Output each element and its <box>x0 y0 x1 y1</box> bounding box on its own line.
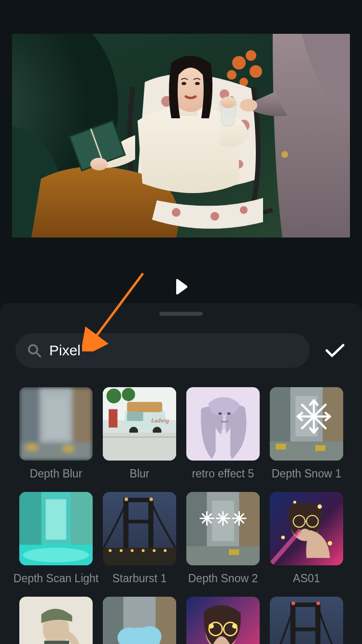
svg-rect-34 <box>72 387 93 448</box>
effect-label: Blur <box>130 467 150 480</box>
svg-point-5 <box>227 70 237 80</box>
svg-point-3 <box>232 56 246 70</box>
effect-thumb <box>19 492 93 565</box>
svg-point-113 <box>293 501 296 504</box>
effect-depth-blur[interactable]: Depth Blur <box>19 387 93 480</box>
svg-rect-57 <box>270 387 291 445</box>
effect-label: Starburst 1 <box>112 572 167 585</box>
search-box[interactable] <box>15 333 310 368</box>
svg-point-79 <box>109 549 111 552</box>
svg-point-80 <box>120 549 123 552</box>
svg-point-131 <box>209 623 214 629</box>
svg-point-28 <box>210 212 219 221</box>
svg-point-54 <box>218 412 222 415</box>
svg-point-26 <box>281 151 288 158</box>
svg-rect-35 <box>45 398 67 439</box>
effects-panel: Depth Blur Ludwig <box>0 303 362 644</box>
video-preview[interactable] <box>12 34 350 238</box>
effect-starburst-1[interactable]: Starburst 1 <box>103 492 176 585</box>
effect-thumb <box>186 387 260 461</box>
effect-item[interactable] <box>270 597 343 644</box>
effects-grid: Depth Blur Ludwig <box>0 387 362 644</box>
svg-point-29 <box>240 206 248 214</box>
svg-point-139 <box>317 602 320 605</box>
effect-as01[interactable]: AS01 <box>270 492 343 585</box>
effect-blur[interactable]: Ludwig Blur <box>103 387 176 480</box>
play-button[interactable] <box>172 278 190 295</box>
effect-label: Depth Snow 1 <box>272 467 341 480</box>
svg-point-82 <box>142 549 145 552</box>
effect-item[interactable] <box>19 597 93 644</box>
effect-thumb <box>19 597 93 644</box>
screen: Depth Blur Ludwig <box>0 0 362 644</box>
effect-depth-snow-1[interactable]: Depth Snow 1 <box>270 387 343 480</box>
svg-line-31 <box>37 353 41 357</box>
effect-depth-snow-2[interactable]: Depth Snow 2 <box>186 492 260 585</box>
effect-thumb <box>186 492 260 565</box>
svg-rect-46 <box>127 412 143 421</box>
svg-text:Ludwig: Ludwig <box>151 417 168 424</box>
svg-point-132 <box>232 623 237 629</box>
svg-point-19 <box>195 82 200 85</box>
svg-point-84 <box>164 549 167 552</box>
confirm-button[interactable] <box>323 339 347 362</box>
effect-depth-scan-light[interactable]: Depth Scan Light <box>19 492 93 585</box>
svg-rect-92 <box>229 549 239 555</box>
svg-rect-61 <box>276 444 286 449</box>
svg-point-138 <box>292 602 295 605</box>
effect-thumb <box>103 492 176 565</box>
search-input[interactable] <box>49 342 298 359</box>
svg-point-110 <box>318 504 322 509</box>
search-icon <box>27 343 42 358</box>
svg-rect-70 <box>46 499 67 540</box>
effect-thumb <box>103 597 176 644</box>
effect-label: Depth Blur <box>30 467 83 480</box>
effect-thumb <box>270 387 343 461</box>
effect-item[interactable] <box>103 597 176 644</box>
svg-point-4 <box>246 50 256 61</box>
effect-thumb: Ludwig <box>103 387 176 461</box>
effect-thumb <box>19 387 93 461</box>
svg-rect-38 <box>63 446 73 452</box>
svg-point-41 <box>107 389 121 403</box>
svg-point-112 <box>328 541 332 546</box>
svg-point-81 <box>131 549 134 552</box>
svg-point-6 <box>250 65 262 78</box>
svg-rect-137 <box>291 628 320 631</box>
svg-point-55 <box>227 412 231 415</box>
preview-area <box>0 0 362 303</box>
effect-label: retro effect 5 <box>192 467 254 480</box>
effect-label: Depth Scan Light <box>14 572 98 585</box>
svg-point-42 <box>122 388 135 401</box>
svg-rect-33 <box>19 387 40 446</box>
effect-thumb <box>270 492 343 565</box>
svg-rect-62 <box>315 445 325 451</box>
svg-point-25 <box>240 99 257 112</box>
svg-rect-69 <box>70 492 93 549</box>
effect-retro-5[interactable]: retro effect 5 <box>186 387 260 480</box>
svg-point-85 <box>125 497 128 501</box>
effect-label: Depth Snow 2 <box>188 572 258 585</box>
search-row <box>0 333 362 368</box>
drag-handle[interactable] <box>159 312 203 316</box>
svg-point-18 <box>181 82 186 85</box>
svg-rect-45 <box>127 402 162 412</box>
svg-point-72 <box>23 548 89 562</box>
svg-point-27 <box>172 208 181 217</box>
effect-thumb <box>186 597 260 644</box>
effect-label: AS01 <box>293 572 320 585</box>
svg-rect-43 <box>109 409 117 428</box>
svg-rect-68 <box>19 492 42 547</box>
svg-point-86 <box>150 497 153 501</box>
svg-rect-91 <box>186 546 260 565</box>
effect-item[interactable] <box>186 597 260 644</box>
svg-point-23 <box>90 158 108 170</box>
effect-thumb <box>270 597 343 644</box>
svg-rect-116 <box>44 641 70 644</box>
svg-point-24 <box>221 97 236 108</box>
svg-rect-77 <box>124 520 153 524</box>
svg-point-111 <box>281 535 285 539</box>
svg-rect-37 <box>27 445 37 450</box>
svg-point-30 <box>29 345 38 354</box>
svg-point-83 <box>153 549 155 552</box>
